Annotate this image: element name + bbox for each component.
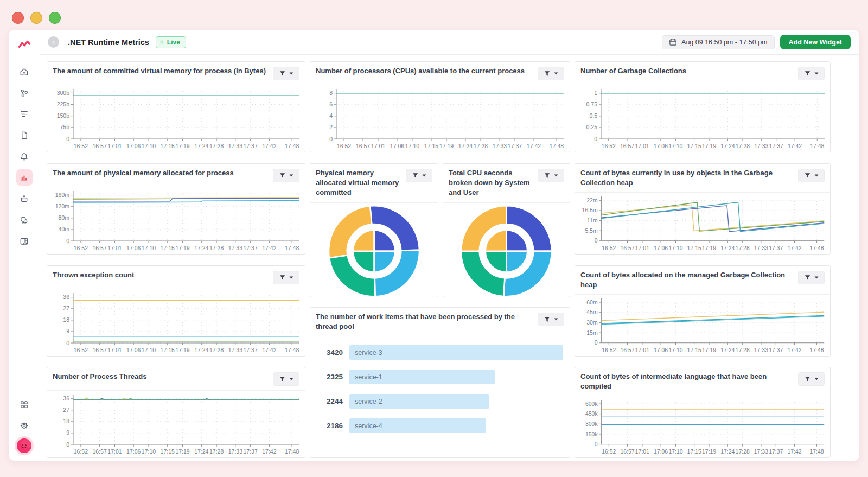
line-chart-physical-memory[interactable]: 040m80m120m160m16:5216:5717:0117:0617:10… [47, 187, 305, 254]
filter-button[interactable] [273, 67, 299, 80]
svg-text:0: 0 [66, 238, 69, 244]
bar[interactable]: service-3 [349, 345, 563, 360]
widget-pie-cpu-seconds: Total CPU seconds broken down by System … [443, 163, 570, 297]
line-chart-gc-heap-in-use[interactable]: 05.5m11m16.5m22m16:5216:5717:0117:0617:1… [575, 193, 830, 254]
bar-row: 2244service-2 [315, 394, 563, 409]
monitor-person-icon [19, 236, 29, 246]
svg-text:0: 0 [595, 340, 598, 346]
bar-track: service-4 [349, 418, 563, 433]
line-chart-gc-heap-allocated[interactable]: 015m30m45m60m16:5216:5717:0117:0617:1017… [575, 295, 830, 356]
funnel-icon [279, 70, 286, 77]
line-chart-gc-collections[interactable]: 00.250.50.75116:5216:5717:0117:0617:1017… [575, 85, 830, 152]
funnel-icon [804, 274, 811, 281]
sidebar-item-home[interactable] [16, 63, 33, 80]
svg-text:17:37: 17:37 [769, 143, 783, 149]
svg-text:17:28: 17:28 [736, 245, 750, 251]
svg-text:17:33: 17:33 [754, 143, 768, 149]
line-chart-cpu-count[interactable]: 0246816:5216:5717:0117:0617:1017:1517:19… [310, 85, 570, 152]
bar-row: 3420service-3 [315, 345, 563, 360]
svg-text:17:24: 17:24 [458, 143, 473, 149]
sidebar-item-alerts[interactable] [16, 148, 33, 164]
bar[interactable]: service-2 [349, 394, 489, 409]
back-button[interactable]: ‹ [48, 36, 59, 48]
avatar-face-icon [17, 438, 31, 453]
sidebar-item-assistant[interactable] [16, 190, 33, 207]
sidebar-item-settings[interactable] [16, 417, 33, 434]
bar[interactable]: service-4 [349, 418, 486, 433]
zoom-window-button[interactable] [49, 12, 61, 24]
filter-button[interactable] [273, 271, 299, 284]
filter-button[interactable] [538, 67, 564, 80]
bar-value: 3420 [315, 348, 343, 357]
filter-button[interactable] [798, 271, 825, 284]
widget-committed-virtual-memory: The amount of committed virtual memory f… [47, 61, 305, 152]
filter-button[interactable] [406, 169, 432, 182]
app-logo[interactable] [16, 36, 33, 52]
svg-text:300k: 300k [585, 421, 598, 427]
widget-header: Number of Garbage Collections [575, 62, 830, 85]
svg-text:17:19: 17:19 [175, 143, 189, 149]
widget-cpu-count: Number of processors (CPUs) available to… [310, 61, 570, 152]
svg-text:17:10: 17:10 [405, 143, 419, 149]
filter-button[interactable] [798, 169, 825, 182]
close-window-button[interactable] [12, 12, 24, 24]
pie-chart-pie-cpu-seconds[interactable] [443, 203, 570, 297]
svg-text:17:15: 17:15 [687, 143, 701, 149]
sidebar-item-monitoring[interactable] [16, 233, 33, 249]
live-badge: Live [156, 36, 186, 48]
svg-text:17:01: 17:01 [635, 143, 649, 149]
line-chart-il-compiled-bytes[interactable]: 0150k300k450k600k16:5216:5717:0117:0617:… [575, 396, 830, 457]
minimize-window-button[interactable] [30, 12, 42, 24]
svg-text:17:48: 17:48 [810, 143, 824, 149]
filter-button[interactable] [798, 372, 825, 386]
filter-button[interactable] [538, 169, 564, 182]
funnel-icon [279, 172, 286, 179]
svg-text:17:48: 17:48 [285, 347, 299, 353]
document-icon [19, 130, 29, 141]
sidebar [9, 30, 40, 461]
caret-down-icon [422, 174, 426, 177]
filter-button[interactable] [273, 169, 299, 182]
add-new-widget-button[interactable]: Add New Widget [780, 35, 851, 49]
svg-text:17:37: 17:37 [244, 143, 258, 149]
svg-text:17:33: 17:33 [493, 143, 507, 149]
sidebar-item-logs[interactable] [16, 127, 33, 143]
grid-icon [19, 399, 29, 410]
sidebar-item-support[interactable] [16, 212, 33, 228]
svg-text:17:06: 17:06 [126, 448, 141, 455]
sidebar-item-services[interactable] [16, 85, 33, 101]
date-range-picker[interactable]: Aug 09 16:50 pm - 17:50 pm [662, 35, 774, 49]
widget-title: Number of processors (CPUs) available to… [316, 66, 525, 76]
bell-icon [19, 151, 29, 162]
bar[interactable]: service-1 [349, 370, 495, 384]
services-nodes-icon [19, 88, 29, 98]
list-lines-icon [19, 109, 29, 119]
filter-button[interactable] [273, 372, 299, 386]
sidebar-item-traces[interactable] [16, 106, 33, 122]
user-avatar[interactable] [17, 438, 31, 453]
widget-header: The amount of physical memory allocated … [47, 164, 305, 187]
svg-text:17:24: 17:24 [720, 143, 735, 149]
caret-down-icon [554, 318, 558, 321]
line-chart-process-threads[interactable]: 0918273616:5216:5717:0117:0617:1017:1517… [47, 391, 305, 457]
svg-text:17:01: 17:01 [107, 347, 122, 353]
svg-text:17:01: 17:01 [635, 449, 649, 455]
bar-value: 2325 [315, 373, 343, 381]
window-controls [12, 12, 61, 24]
filter-button[interactable] [538, 313, 564, 326]
sidebar-nav [16, 63, 33, 249]
sidebar-item-dashboards[interactable] [16, 169, 33, 186]
pie-chart-pie-memory-committed[interactable] [310, 203, 438, 297]
svg-text:30m: 30m [586, 320, 598, 326]
svg-text:17:19: 17:19 [175, 347, 189, 353]
svg-text:16:57: 16:57 [620, 347, 634, 353]
svg-text:17:06: 17:06 [654, 245, 668, 251]
svg-text:17:10: 17:10 [142, 143, 156, 149]
sidebar-item-apps[interactable] [16, 396, 33, 412]
line-chart-thrown-exceptions[interactable]: 0918273616:5216:5717:0117:0617:1017:1517… [47, 289, 305, 356]
svg-text:17:01: 17:01 [635, 245, 649, 251]
filter-button[interactable] [798, 67, 825, 80]
svg-text:17:33: 17:33 [228, 245, 242, 251]
widget-thrown-exceptions: Thrown exception count0918273616:5216:57… [47, 265, 305, 357]
line-chart-committed-virtual-memory[interactable]: 075b150b225b300b16:5216:5717:0117:0617:1… [47, 85, 305, 152]
